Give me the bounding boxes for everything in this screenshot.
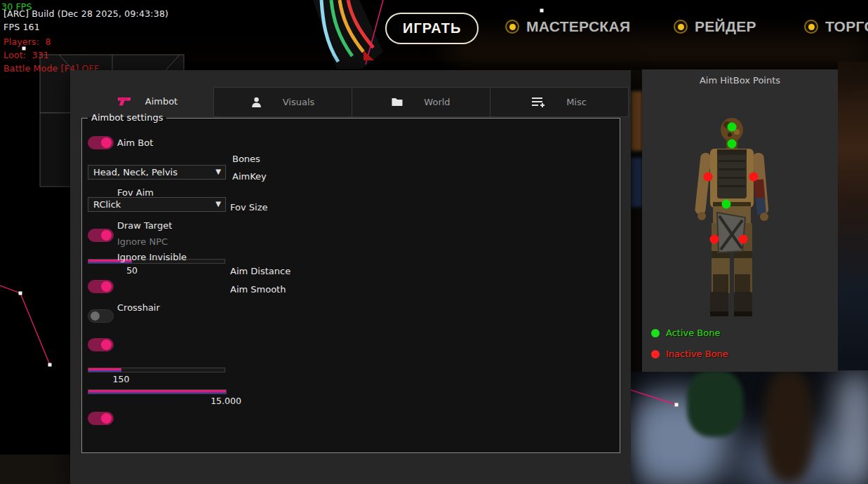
- fov-aim-toggle[interactable]: [88, 229, 114, 242]
- tab-visuals[interactable]: Visuals: [213, 87, 352, 117]
- tab-label: Visuals: [283, 97, 315, 107]
- menu-item-trade[interactable]: ТОРГО: [804, 18, 868, 35]
- aim-bot-toggle[interactable]: [88, 136, 114, 149]
- hitbox-preview-panel: Aim HitBox Points: [642, 69, 838, 372]
- chevron-down-icon: ▼: [215, 168, 221, 175]
- chevron-down-icon: ▼: [215, 200, 221, 208]
- menu-item-label: ТОРГО: [825, 18, 868, 35]
- aimbot-settings-group: Aimbot settings Aim Bot Head, Neck, Pelv…: [81, 118, 620, 453]
- toggle-knob: [101, 340, 112, 350]
- aim-bot-label: Aim Bot: [117, 137, 153, 148]
- toggle-knob: [101, 413, 112, 424]
- toggle-knob: [101, 230, 112, 241]
- coin-icon: [505, 20, 519, 34]
- hitbox-point-neck: [728, 140, 737, 149]
- toggle-knob: [101, 281, 112, 292]
- slider-fill: [88, 390, 226, 394]
- aim-distance-slider[interactable]: 150: [88, 368, 225, 372]
- player-model-preview: [681, 111, 793, 318]
- fov-aim-label: Fov Aim: [117, 187, 154, 198]
- tab-aimbot[interactable]: Aimbot: [81, 87, 213, 116]
- legend-inactive-bone: Inactive Bone: [651, 349, 728, 359]
- hitbox-dots-layer: [681, 111, 793, 318]
- cheat-menu-panel: Aimbot Visuals World Misc Aimbot setting…: [70, 70, 631, 484]
- crosshair-label: Crosshair: [117, 302, 160, 313]
- bones-dropdown-value: Head, Neck, Pelvis: [93, 167, 178, 177]
- aimkey-dropdown[interactable]: RClick ▼: [88, 197, 226, 212]
- ignore-invisible-toggle[interactable]: [88, 338, 114, 351]
- hitbox-point-right-knee: [739, 235, 748, 244]
- tab-label: Aimbot: [145, 96, 178, 107]
- pistol-icon: [117, 97, 131, 107]
- person-icon: [251, 97, 262, 108]
- playlist-add-icon: [532, 97, 545, 107]
- game-top-menu: ИГРАТЬ МАСТЕРСКАЯ РЕЙДЕР ТОРГО: [0, 0, 868, 62]
- hitbox-panel-title: Aim HitBox Points: [642, 75, 838, 86]
- fov-size-label: Fov Size: [230, 202, 267, 213]
- hitbox-point-left-arm: [704, 173, 713, 182]
- ignore-invisible-label: Ignore Invisible: [117, 252, 187, 262]
- bones-dropdown[interactable]: Head, Neck, Pelvis ▼: [88, 165, 226, 180]
- aim-smooth-label: Aim Smooth: [230, 284, 286, 295]
- aimkey-dropdown-value: RClick: [93, 199, 121, 210]
- menu-item-label: РЕЙДЕР: [695, 18, 756, 35]
- hitbox-point-pelvis: [722, 200, 731, 209]
- active-bone-label: Active Bone: [666, 328, 720, 338]
- coin-icon: [674, 20, 688, 34]
- aim-smooth-slider[interactable]: 15.000: [88, 389, 227, 394]
- ignore-npc-label: Ignore NPC: [117, 236, 168, 247]
- fov-size-value: 50: [126, 265, 138, 276]
- inactive-bone-dot: [651, 350, 660, 358]
- aim-distance-label: Aim Distance: [230, 266, 291, 276]
- menu-item-workshop[interactable]: МАСТЕРСКАЯ: [505, 18, 630, 35]
- folder-icon: [392, 98, 403, 107]
- draw-target-toggle[interactable]: [88, 280, 114, 293]
- aim-smooth-value: 15.000: [211, 396, 241, 406]
- ignore-npc-toggle[interactable]: [88, 309, 114, 323]
- coin-icon: [804, 20, 818, 34]
- legend-active-bone: Active Bone: [651, 328, 720, 338]
- toggle-knob: [101, 137, 112, 148]
- active-bone-dot: [651, 329, 660, 337]
- bones-label: Bones: [232, 154, 260, 164]
- hitbox-point-left-knee: [710, 235, 719, 244]
- aim-distance-value: 150: [113, 374, 130, 384]
- menu-item-raider[interactable]: РЕЙДЕР: [674, 18, 756, 35]
- menu-item-label: МАСТЕРСКАЯ: [526, 18, 630, 35]
- tab-label: Misc: [566, 97, 587, 107]
- draw-target-label: Draw Target: [117, 220, 172, 231]
- tab-world[interactable]: World: [352, 87, 490, 117]
- slider-fill: [88, 368, 121, 372]
- hitbox-point-head: [728, 123, 737, 132]
- crosshair-toggle[interactable]: [88, 412, 114, 425]
- play-button[interactable]: ИГРАТЬ: [385, 13, 479, 44]
- toggle-knob: [91, 311, 100, 321]
- aimkey-label: AimKey: [232, 171, 267, 182]
- tab-misc[interactable]: Misc: [490, 87, 629, 117]
- hitbox-point-right-arm: [749, 173, 759, 182]
- section-title: Aimbot settings: [88, 112, 166, 123]
- tab-label: World: [424, 97, 450, 107]
- inactive-bone-label: Inactive Bone: [666, 349, 728, 359]
